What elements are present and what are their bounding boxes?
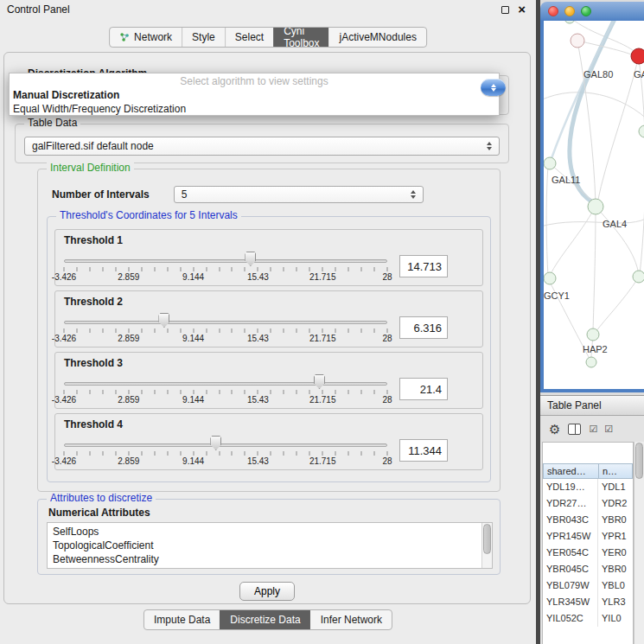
select-rows-icon[interactable]: ☑: [604, 424, 612, 434]
table-cell: YDR27…: [543, 495, 598, 512]
tab-style[interactable]: Style: [182, 28, 225, 47]
slider-thumb[interactable]: [210, 436, 221, 450]
table-row[interactable]: YDL19…YDL1: [543, 479, 633, 495]
threshold-3-panel: Threshold 3-3.4262.8599.14415.4321.71528…: [54, 352, 483, 409]
tab-infer-network[interactable]: Infer Network: [310, 610, 392, 629]
slider-thumb[interactable]: [314, 374, 325, 389]
algorithm-combo-button[interactable]: [481, 79, 506, 96]
table-row[interactable]: YBL079WYBL0: [543, 577, 633, 594]
column-header[interactable]: shared…: [543, 463, 598, 479]
attribute-item[interactable]: SelfLoops: [53, 525, 480, 539]
table-cell: YBL079W: [543, 577, 598, 594]
algorithm-option[interactable]: Manual Discretization: [10, 88, 499, 102]
table-row[interactable]: YBR043CYBR0: [543, 512, 633, 528]
network-node[interactable]: [544, 157, 556, 169]
network-node-selected[interactable]: [631, 48, 644, 64]
slider-tick-labels: -3.4262.8599.14415.4321.71528: [64, 334, 387, 343]
slider-track[interactable]: [64, 443, 387, 447]
table-cell: YIL0: [598, 610, 633, 627]
node-table: shared…n… YDL19…YDL1YDR27…YDR2YBR043CYBR…: [542, 442, 634, 644]
table-cell: YDR2: [598, 495, 633, 512]
table-cell: YPR145W: [543, 528, 598, 545]
threshold-value-field[interactable]: 21.4: [399, 378, 448, 400]
slider-track[interactable]: [64, 382, 387, 386]
tab-label: Impute Data: [154, 614, 210, 626]
column-header[interactable]: n…: [598, 463, 633, 479]
application-window: Control Panel × NetworkStyleSelectCyni T…: [0, 0, 644, 644]
slider-track[interactable]: [64, 321, 387, 324]
table-data-combo-value: galFiltered.sif default node: [32, 140, 154, 152]
threshold-slider[interactable]: -3.4262.8599.14415.4321.71528: [64, 372, 387, 406]
network-canvas[interactable]: GAL80 GA GAL11 GAL4 GCY1 HAP2: [544, 21, 644, 389]
combo-stepper-icon[interactable]: [480, 142, 492, 150]
gear-icon[interactable]: ⚙: [549, 423, 560, 436]
table-header-row: shared…n…: [543, 463, 633, 479]
threshold-2-panel: Threshold 2-3.4262.8599.14415.4321.71528…: [54, 290, 483, 348]
select-columns-icon[interactable]: ☑: [589, 424, 596, 434]
close-icon[interactable]: ×: [518, 4, 526, 15]
threshold-slider[interactable]: -3.4262.8599.14415.4321.71528: [64, 310, 387, 345]
numerical-attributes-label: Numerical Attributes: [48, 507, 150, 519]
table-scrollbar[interactable]: [634, 442, 644, 644]
window-minimize-button[interactable]: [564, 6, 575, 16]
tab-label: Network: [134, 31, 172, 43]
tab-impute-data[interactable]: Impute Data: [144, 610, 220, 629]
threshold-slider[interactable]: -3.4262.8599.14415.4321.71528: [64, 249, 387, 284]
numerical-attributes-list: SelfLoopsTopologicalCoefficientBetweenne…: [47, 522, 493, 569]
slider-tick-labels: -3.4262.8599.14415.4321.71528: [64, 456, 387, 466]
table-panel-title: Table Panel: [547, 399, 602, 411]
threshold-label: Threshold 1: [64, 234, 123, 246]
threshold-value-field[interactable]: 6.316: [399, 316, 448, 339]
apply-button[interactable]: Apply: [239, 582, 295, 601]
network-node[interactable]: [588, 199, 603, 214]
tab-discretize-data[interactable]: Discretize Data: [220, 610, 309, 629]
tab-network[interactable]: Network: [110, 28, 182, 47]
window-close-button[interactable]: [548, 6, 558, 16]
network-node[interactable]: [587, 328, 599, 341]
table-cell: YLR345W: [543, 594, 598, 610]
combo-stepper-icon[interactable]: [404, 190, 416, 199]
node-label: GA: [634, 69, 644, 80]
table-row[interactable]: YDR27…YDR2: [543, 495, 633, 512]
window-zoom-button[interactable]: [581, 6, 591, 16]
network-node[interactable]: [544, 272, 556, 284]
table-row[interactable]: YBR045CYBR0: [543, 561, 633, 577]
slider-thumb[interactable]: [158, 313, 169, 328]
table-row[interactable]: YIL052CYIL0: [543, 610, 633, 627]
threshold-slider[interactable]: -3.4262.8599.14415.4321.71528: [64, 433, 387, 468]
control-panel-titlebar: Control Panel ×: [0, 0, 536, 19]
network-node[interactable]: [639, 125, 644, 137]
tab-cyni-toolbox[interactable]: Cyni Toolbox: [273, 28, 328, 47]
network-graph: GAL80 GA GAL11 GAL4 GCY1 HAP2: [544, 21, 644, 389]
algorithm-option[interactable]: Equal Width/Frequency Discretization: [10, 102, 499, 116]
attributes-group-title: Attributes to discretize: [47, 492, 156, 505]
threshold-list: Threshold 1-3.4262.8599.14415.4321.71528…: [54, 229, 483, 481]
table-row[interactable]: YPR145WYPR1: [543, 528, 633, 545]
control-panel-title: Control Panel: [7, 3, 70, 16]
network-node[interactable]: [633, 271, 644, 283]
number-of-intervals-label: Number of Intervals: [52, 188, 150, 201]
float-window-icon[interactable]: [501, 6, 509, 14]
table-row[interactable]: YER054CYER0: [543, 545, 633, 561]
network-node[interactable]: [571, 34, 584, 48]
threshold-label: Threshold 3: [64, 357, 123, 369]
scrollbar-thumb[interactable]: [635, 443, 643, 479]
slider-thumb[interactable]: [245, 252, 256, 266]
number-of-intervals-combo[interactable]: 5: [174, 186, 424, 203]
attributes-scrollbar[interactable]: [481, 523, 492, 568]
attribute-item[interactable]: BetweennessCentrality: [53, 552, 480, 566]
tab-jactivemnodules[interactable]: jActiveMNodules: [329, 28, 426, 47]
tab-select[interactable]: Select: [225, 28, 273, 47]
threshold-value-field[interactable]: 11.344: [399, 439, 448, 462]
slider-track[interactable]: [64, 259, 387, 263]
threshold-label: Threshold 2: [64, 296, 123, 308]
attribute-item[interactable]: TopologicalCoefficient: [53, 539, 480, 552]
table-data-combo[interactable]: galFiltered.sif default node: [24, 137, 500, 156]
scrollbar-thumb[interactable]: [483, 524, 491, 554]
table-cell: YBR043C: [543, 512, 598, 528]
network-node[interactable]: [564, 21, 575, 23]
threshold-value-field[interactable]: 14.713: [399, 255, 448, 277]
network-node[interactable]: [586, 357, 596, 367]
columns-icon[interactable]: [568, 424, 581, 435]
table-row[interactable]: YLR345WYLR3: [543, 594, 633, 610]
